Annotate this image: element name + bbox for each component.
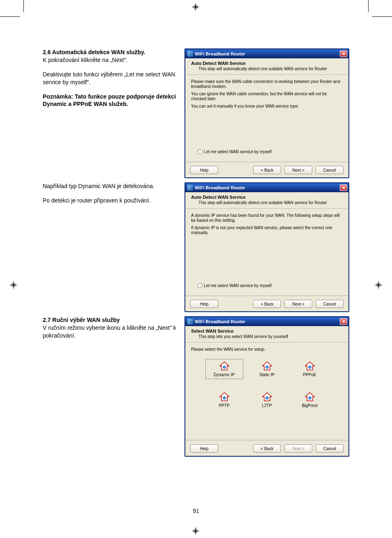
- dialog-header-title: Select WAN Service: [191, 329, 343, 333]
- close-icon[interactable]: ✕: [340, 51, 347, 57]
- back-button[interactable]: < Back: [253, 300, 281, 308]
- next-button[interactable]: Next >: [284, 300, 312, 308]
- app-icon: [187, 51, 193, 57]
- body-text: Například typ Dynamic WAN je detekována.: [43, 182, 179, 190]
- let-me-select-checkbox[interactable]: [198, 149, 202, 154]
- wan-icon-pptp[interactable]: PPTP: [206, 390, 243, 409]
- house-globe-icon: [262, 361, 272, 371]
- crop-mark: [372, 16, 392, 17]
- window-title: WiFi Broadband Router: [195, 51, 245, 56]
- body-text: V ručním režimu vyberte ikonu a klikněte…: [43, 324, 176, 339]
- body-text: Please make sure the WAN cable connectio…: [191, 79, 343, 89]
- titlebar: WiFi Broadband Router ✕: [185, 49, 348, 58]
- dialog-header-title: Auto Detect WAN Service: [191, 61, 343, 66]
- crop-mark: [0, 16, 20, 17]
- dialog-header: Auto Detect WAN Service This step will a…: [185, 192, 348, 208]
- dialog-body: A dynamic IP service has been found for …: [185, 209, 348, 295]
- house-globe-icon: [304, 392, 315, 402]
- dialog-header-title: Auto Detect WAN Service: [191, 195, 343, 200]
- titlebar: WiFi Broadband Router ✕: [185, 317, 348, 326]
- dialog-auto-detect-2: WiFi Broadband Router ✕ Auto Detect WAN …: [184, 182, 349, 312]
- back-button[interactable]: < Back: [253, 444, 281, 453]
- dialog-header-sub: This step will automatically detect one …: [191, 200, 343, 205]
- wan-icon-dynamic-ip[interactable]: Dynamic IP: [206, 359, 243, 379]
- icon-label: Static IP: [259, 372, 274, 377]
- house-globe-icon: [219, 392, 230, 402]
- registration-mark-icon: [192, 3, 199, 11]
- checkbox-label: Let me select WAN service by myself: [204, 283, 272, 288]
- wan-icon-static-ip[interactable]: Static IP: [249, 359, 286, 379]
- wan-icon-pppoe[interactable]: PPPoE: [291, 359, 328, 379]
- body-text: Deaktivujte tuto funkci výběrem „Let me …: [43, 71, 179, 86]
- titlebar: WiFi Broadband Router ✕: [185, 183, 348, 192]
- crop-mark: [368, 0, 369, 12]
- crop-mark: [23, 0, 24, 12]
- svg-point-25: [308, 366, 311, 369]
- body-text: A dynamic IP service has been found for …: [191, 213, 343, 223]
- house-globe-icon: [219, 361, 230, 371]
- checkbox-label: Let me select WAN service by myself: [204, 149, 272, 154]
- svg-point-27: [223, 396, 226, 400]
- body-text: Please select the WAN service for setup.: [191, 347, 343, 352]
- window-title: WiFi Broadband Router: [195, 319, 245, 324]
- close-icon[interactable]: ✕: [340, 318, 347, 325]
- dialog-header-sub: This step will automatically detect one …: [191, 67, 343, 71]
- icon-label: Dynamic IP: [214, 372, 235, 377]
- help-button[interactable]: Help: [190, 166, 218, 174]
- help-button[interactable]: Help: [190, 444, 218, 453]
- house-globe-icon: [262, 392, 272, 402]
- body-text: You can ignore the WAN cable connection,…: [191, 92, 343, 101]
- dialog-header: Auto Detect WAN Service This step will a…: [185, 58, 348, 74]
- cancel-button[interactable]: Cancel: [316, 300, 344, 308]
- registration-mark-icon: [10, 281, 17, 289]
- app-icon: [187, 185, 193, 191]
- svg-point-23: [265, 366, 269, 369]
- help-button[interactable]: Help: [190, 300, 218, 308]
- registration-mark-icon: [375, 281, 382, 289]
- body-text: K pokračování klikněte na „Next".: [43, 57, 128, 63]
- close-icon[interactable]: ✕: [340, 184, 347, 191]
- dialog-auto-detect-1: WiFi Broadband Router ✕ Auto Detect WAN …: [184, 48, 349, 178]
- svg-point-29: [265, 396, 269, 400]
- section-heading: 2.7 Ruční výběr WAN služby: [43, 317, 120, 323]
- cancel-button[interactable]: Cancel: [316, 444, 344, 453]
- house-globe-icon: [304, 361, 315, 371]
- window-title: WiFi Broadband Router: [195, 185, 245, 190]
- dialog-body: Please select the WAN service for setup.…: [185, 343, 348, 440]
- note-text: Poznámka: Tato funkce pouze podporuje de…: [43, 93, 179, 108]
- wan-icon-bigpond[interactable]: BigPond: [291, 390, 328, 409]
- icon-label: L2TP: [262, 403, 272, 408]
- svg-point-21: [223, 366, 226, 369]
- wan-icon-l2tp[interactable]: L2TP: [249, 390, 286, 409]
- icon-label: BigPond: [302, 403, 318, 408]
- next-button[interactable]: Next >: [284, 166, 312, 174]
- cancel-button[interactable]: Cancel: [316, 166, 344, 174]
- svg-point-31: [308, 396, 311, 400]
- icon-label: PPTP: [219, 403, 229, 408]
- body-text: You can set it manually if you know your…: [191, 104, 343, 109]
- let-me-select-checkbox[interactable]: [198, 283, 202, 288]
- dialog-body: Please make sure the WAN cable connectio…: [185, 75, 348, 161]
- dialog-header: Select WAN Service This step lets you se…: [185, 326, 348, 342]
- app-icon: [187, 319, 193, 324]
- icon-label: PPPoE: [303, 372, 316, 377]
- back-button[interactable]: < Back: [253, 166, 281, 174]
- dialog-header-sub: This step lets you select WAN service by…: [191, 334, 343, 339]
- body-text: If dynamic IP is not your expected WAN s…: [191, 225, 343, 235]
- body-text: Po detekci je router připraven k používá…: [43, 197, 179, 205]
- registration-mark-icon: [192, 527, 199, 535]
- next-button[interactable]: Next >: [284, 444, 312, 453]
- section-heading: 2.6 Automatická detekce WAN služby.: [43, 49, 145, 55]
- page-number: 91: [0, 508, 392, 514]
- dialog-select-wan: WiFi Broadband Router ✕ Select WAN Servi…: [184, 316, 349, 457]
